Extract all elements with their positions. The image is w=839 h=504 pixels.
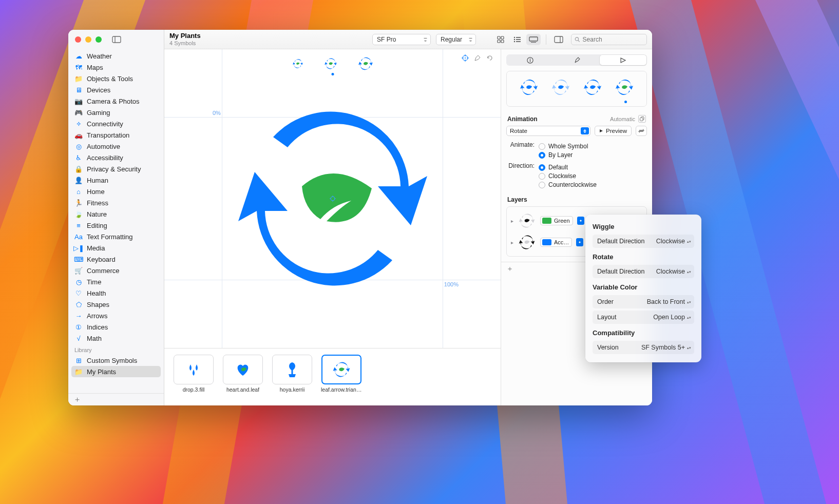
display-icon: 🖥 <box>74 86 83 94</box>
close-button[interactable] <box>75 36 81 43</box>
minimize-button[interactable] <box>85 36 91 43</box>
search-input[interactable] <box>583 36 643 43</box>
layer-color-chip[interactable]: Green <box>540 216 573 225</box>
sidebar-item-keyboard[interactable]: ⌨Keyboard <box>68 254 164 265</box>
sidebar-item-maps[interactable]: 🗺Maps <box>68 62 164 73</box>
sidebar-item-label: My Plants <box>87 368 116 376</box>
layer-thumb <box>518 235 536 250</box>
sidebar-item-objects-tools[interactable]: 📁Objects & Tools <box>68 73 164 84</box>
sidebar-item-media[interactable]: ▷❚Media <box>68 242 164 254</box>
weight-large-icon <box>358 56 373 71</box>
library-item-custom-symbols[interactable]: ⊞Custom Symbols <box>68 355 164 366</box>
grid-view-button[interactable] <box>493 34 508 45</box>
accessibility-icon: ♿︎ <box>74 153 83 162</box>
sidebar-item-privacy-security[interactable]: 🔒Privacy & Security <box>68 163 164 175</box>
add-collection-button[interactable]: ＋ <box>73 395 81 404</box>
sidebar-item-automotive[interactable]: ◎Automotive <box>68 141 164 152</box>
sidebar-toggle-button[interactable] <box>110 34 123 45</box>
inspector-toggle-button[interactable] <box>551 34 566 45</box>
svg-point-6 <box>514 36 515 37</box>
paint-tab[interactable] <box>554 55 600 65</box>
sidebar-item-label: Commerce <box>87 267 120 275</box>
sidebar-item-human[interactable]: 👤Human <box>68 175 164 186</box>
chip-stepper-icon[interactable] <box>576 238 583 246</box>
svg-rect-11 <box>516 41 521 42</box>
popover-row[interactable]: VersionSF Symbols 5+▴▾ <box>593 341 694 354</box>
sidebar-item-label: Shapes <box>87 301 109 308</box>
list-view-button[interactable] <box>510 34 524 45</box>
direction-cw-option[interactable]: Clockwise <box>539 172 597 180</box>
popover-row[interactable]: LayoutOpen Loop▴▾ <box>593 311 694 324</box>
direction-default-option[interactable]: Default <box>539 164 597 171</box>
sidebar-item-commerce[interactable]: 🛒Commerce <box>68 265 164 276</box>
shapes-icon: ⬠ <box>74 300 83 308</box>
disclosure-icon[interactable]: ▸ <box>511 218 513 224</box>
sidebar-item-weather[interactable]: ☁︎Weather <box>68 50 164 62</box>
gallery-item[interactable]: leaf.arrow.trianglehead.2.clo… <box>320 355 363 393</box>
sidebar-item-label: Keyboard <box>87 256 116 263</box>
popover-row[interactable]: OrderBack to Front▴▾ <box>593 295 694 308</box>
leaf-icon: 🍃 <box>74 210 83 218</box>
sidebar-item-camera-photos[interactable]: 📷Camera & Photos <box>68 95 164 107</box>
preview-palette-icon <box>584 79 601 96</box>
gallery-item[interactable]: hoya.kerrii <box>271 355 313 393</box>
gallery-label: hoya.kerrii <box>280 386 304 393</box>
preview-button[interactable]: Preview <box>595 126 632 136</box>
add-layer-button[interactable]: ＋ <box>506 264 513 274</box>
weight-picker[interactable]: Regular <box>436 34 476 45</box>
sidebar-item-gaming[interactable]: 🎮Gaming <box>68 107 164 118</box>
anchor-tool-icon[interactable] <box>462 54 469 62</box>
sidebar-item-shapes[interactable]: ⬠Shapes <box>68 299 164 310</box>
gallery-item[interactable]: heart.and.leaf <box>222 355 264 393</box>
sidebar-item-label: Nature <box>87 210 107 218</box>
sidebar-item-label: Arrows <box>87 312 107 320</box>
sidebar-item-math[interactable]: √Math <box>68 333 164 344</box>
layer-color-chip[interactable]: Acc… <box>540 238 572 247</box>
layer-thumb <box>518 213 536 228</box>
library-item-my-plants[interactable]: 📁My Plants <box>71 366 161 377</box>
sidebar-item-label: Time <box>87 278 101 286</box>
heart-icon: ♡ <box>74 289 83 297</box>
animate-bylayer-option[interactable]: By Layer <box>539 151 588 159</box>
sidebar-item-health[interactable]: ♡Health <box>68 287 164 299</box>
svg-point-16 <box>575 37 578 40</box>
disclosure-icon[interactable]: ▸ <box>511 240 513 245</box>
sidebar-item-devices[interactable]: 🖥Devices <box>68 84 164 95</box>
zoom-button[interactable] <box>96 36 102 43</box>
animation-type-select[interactable]: Rotate <box>506 126 590 136</box>
animation-tab[interactable] <box>600 55 646 65</box>
sidebar-item-label: Health <box>87 289 106 297</box>
font-picker[interactable]: SF Pro <box>372 34 431 45</box>
rotate-tool-icon[interactable] <box>486 54 493 62</box>
house-icon: ⌂ <box>74 187 83 196</box>
search-field[interactable] <box>571 34 647 45</box>
info-tab[interactable] <box>507 55 554 65</box>
svg-point-8 <box>514 38 515 40</box>
animate-whole-option[interactable]: Whole Symbol <box>539 143 588 150</box>
canvas[interactable]: 0% 100% <box>164 49 501 348</box>
sidebar-item-indices[interactable]: ①Indices <box>68 321 164 333</box>
preview-multi-icon <box>616 79 633 96</box>
sidebar-item-nature[interactable]: 🍃Nature <box>68 208 164 220</box>
repeat-button[interactable] <box>636 126 647 136</box>
sidebar-item-text-formatting[interactable]: AaText Formatting <box>68 231 164 242</box>
copy-settings-icon[interactable] <box>638 115 646 123</box>
sidebar-item-home[interactable]: ⌂Home <box>68 186 164 197</box>
sidebar-item-arrows[interactable]: →Arrows <box>68 310 164 321</box>
sidebar-item-accessibility[interactable]: ♿︎Accessibility <box>68 152 164 163</box>
sidebar-item-editing[interactable]: ≡Editing <box>68 220 164 231</box>
pen-tool-icon[interactable] <box>474 54 481 62</box>
sidebar-item-time[interactable]: ◷Time <box>68 276 164 287</box>
gallery-item[interactable]: drop.3.fill <box>173 355 215 393</box>
sidebar-item-connectivity[interactable]: ⟡Connectivity <box>68 118 164 129</box>
direction-ccw-option[interactable]: Counterclockwise <box>539 181 597 188</box>
sidebar-item-fitness[interactable]: 🏃Fitness <box>68 197 164 208</box>
gallery-view-button[interactable] <box>526 34 541 45</box>
popover-section-header: Wiggle <box>593 223 694 230</box>
popover-row[interactable]: Default DirectionClockwise▴▾ <box>593 265 694 278</box>
popover-row-label: Layout <box>597 314 617 321</box>
popover-row[interactable]: Default DirectionClockwise▴▾ <box>593 235 694 248</box>
sidebar-item-transportation[interactable]: 🚗Transportation <box>68 129 164 141</box>
weight-medium-icon <box>325 57 337 70</box>
chip-stepper-icon[interactable] <box>577 217 584 225</box>
